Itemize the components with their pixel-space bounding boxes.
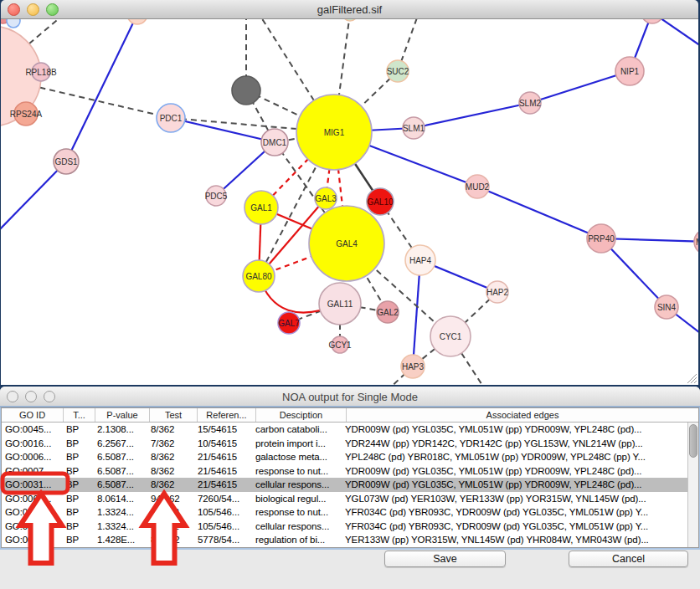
noa-window: NOA output for Single Mode GO IDT...P-va…	[0, 387, 700, 589]
column-header-p-value[interactable]: P-value	[95, 408, 150, 422]
table-cell: cellular respons...	[252, 520, 342, 534]
network-node[interactable]	[7, 19, 20, 28]
table-cell: YDR009W (pd) YGL035C, YML051W (pp) YDR00…	[342, 464, 687, 479]
network-graph[interactable]: RPL18BRPS24AGDS1PDC1DMC1MIG1SUC2SLM1SLM2…	[1, 19, 698, 385]
noa-window-titlebar[interactable]: NOA output for Single Mode	[0, 387, 700, 407]
table-cell: BP	[63, 492, 94, 506]
network-node-label: HAP4	[409, 256, 432, 265]
network-node-label: SUC2	[387, 67, 409, 76]
table-cell: GO:0031...	[2, 505, 63, 520]
table-row-7[interactable]: GO:0031...BP1.3324...11/362105/546...res…	[2, 505, 687, 520]
network-edge[interactable]	[413, 260, 420, 366]
table-row-2[interactable]: GO:0016...BP6.2567...7/36210/54615protei…	[2, 437, 687, 451]
network-canvas[interactable]: RPL18BRPS24AGDS1PDC1DMC1MIG1SUC2SLM1SLM2…	[1, 19, 698, 385]
table-cell: 11/362	[147, 520, 194, 534]
table-cell: GO:0031...	[2, 478, 63, 492]
table-cell: 8/362	[147, 450, 194, 464]
table-cell: biological regul...	[252, 492, 342, 506]
table-cell: 21/54615	[194, 450, 252, 464]
network-node[interactable]	[342, 19, 358, 21]
table-row-6[interactable]: GO:0065...BP8.0614...94/3627260/54...bio…	[2, 492, 687, 506]
table-cell: 105/546...	[194, 520, 252, 534]
table-cell: BP	[63, 505, 94, 520]
table-cell: 6.2567...	[94, 437, 147, 451]
table-row-4[interactable]: GO:0007...BP6.5087...8/36221/54615respon…	[2, 464, 687, 479]
table-row-3[interactable]: GO:0006...BP6.5087...8/36221/54615galact…	[2, 450, 687, 464]
network-window-titlebar[interactable]: galFiltered.sif	[1, 0, 698, 19]
table-row-5[interactable]: GO:0031...BP6.5087...8/36221/54615cellul…	[2, 478, 687, 492]
table-cell: 1.428E...	[94, 533, 147, 547]
network-edge[interactable]	[414, 103, 530, 128]
cancel-button[interactable]: Cancel	[569, 551, 688, 567]
column-header-test[interactable]: Test	[150, 408, 198, 422]
column-header-go-id[interactable]: GO ID	[2, 408, 64, 422]
network-edge[interactable]	[1, 161, 66, 235]
table-row-9[interactable]: GO:0050...BP1.428E...80/3625778/54...reg…	[2, 533, 687, 547]
network-node-label: CYC1	[440, 332, 462, 341]
column-header-desciption[interactable]: Desciption	[256, 408, 347, 422]
button-row: Save Cancel	[0, 551, 700, 571]
table-cell: 21/54615	[194, 464, 252, 479]
table-cell: 7260/54...	[194, 492, 252, 506]
table-cell: 10/54615	[194, 437, 252, 451]
table-cell: GO:0065...	[2, 492, 63, 506]
table-cell: GO:0006...	[2, 450, 63, 464]
table-cell: cellular respons...	[252, 478, 342, 492]
table-cell: BP	[63, 450, 94, 464]
table-cell: YDR244W (pp) YDR142C, YDR142C (pp) YGL15…	[342, 437, 687, 451]
network-node-label: GCY1	[328, 341, 352, 350]
column-header-referen-[interactable]: Referen...	[198, 408, 256, 422]
network-node-label: GAL4	[336, 239, 358, 248]
table-cell: GO:0016...	[2, 437, 63, 451]
network-node-label: HAP3	[402, 362, 425, 371]
table-cell: 7/362	[147, 437, 194, 451]
table-scrollbar-thumb[interactable]	[689, 424, 697, 458]
network-edge[interactable]	[66, 19, 137, 161]
table-cell: 8/362	[147, 423, 194, 437]
network-node-label: MIG1	[324, 128, 345, 137]
column-header-t-[interactable]: T...	[64, 408, 95, 422]
network-node-label: GAL80	[245, 272, 272, 281]
network-node-label: PRP40	[588, 234, 615, 243]
table-row-8[interactable]: GO:0031...BP1.3324...11/362105/546...cel…	[2, 520, 687, 534]
table-scrollbar[interactable]	[687, 423, 698, 547]
table-cell: protein import i...	[252, 437, 342, 451]
network-node[interactable]	[232, 76, 260, 105]
network-node-label: RPL18B	[25, 68, 57, 77]
table-cell: 1.3324...	[94, 505, 147, 520]
table-body: GO:0045...BP2.1308...8/36215/54615carbon…	[2, 423, 687, 547]
network-node-label: NIP1	[620, 67, 640, 76]
network-window: galFiltered.sif RPL18BRPS24AGDS1PDC1DMC1…	[1, 0, 698, 385]
network-node[interactable]	[127, 19, 147, 24]
table-cell: BP	[63, 464, 94, 479]
noa-window-title: NOA output for Single Mode	[0, 391, 700, 403]
table-row-1[interactable]: GO:0045...BP2.1308...8/36215/54615carbon…	[2, 423, 687, 437]
network-node[interactable]	[641, 19, 663, 23]
table-cell: 15/54615	[194, 423, 252, 437]
network-node-label: SLM2	[519, 99, 542, 108]
table-cell: 6.5087...	[94, 464, 147, 479]
network-edge[interactable]	[652, 19, 698, 49]
table-cell: 94/362	[147, 492, 194, 506]
table-cell: galactose meta...	[252, 450, 342, 464]
table-cell: 5778/54...	[194, 533, 252, 547]
table-cell: 11/362	[147, 505, 194, 520]
save-button[interactable]: Save	[384, 551, 506, 567]
resize-grip-icon[interactable]	[686, 372, 697, 383]
network-node-label: HAP2	[486, 288, 509, 297]
column-header-associated-edges[interactable]: Associated edges	[347, 408, 698, 422]
network-node-label: DMC1	[263, 138, 287, 147]
table-cell: carbon cataboli...	[252, 423, 342, 437]
table-cell: BP	[63, 437, 94, 451]
table-cell: BP	[63, 533, 94, 547]
network-node-label: PDC5	[205, 192, 228, 201]
table-cell: 8/362	[147, 478, 194, 492]
network-edge[interactable]	[530, 71, 630, 103]
network-edge[interactable]	[477, 187, 601, 238]
network-edge[interactable]	[171, 118, 275, 142]
table-cell: response to nut...	[252, 464, 342, 479]
network-node-label: GAL10	[367, 197, 394, 207]
table-cell: BP	[63, 478, 94, 492]
table-cell: 105/546...	[194, 505, 252, 520]
table-cell: 1.3324...	[94, 520, 147, 534]
